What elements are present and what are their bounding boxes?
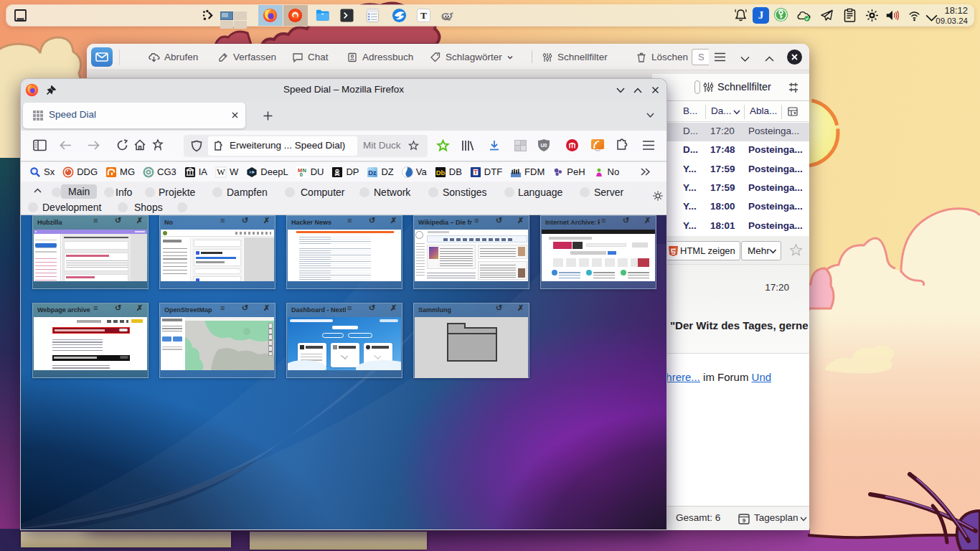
svg-text:W: W: [217, 167, 225, 177]
svg-text:T: T: [420, 10, 427, 21]
svg-text:Db: Db: [435, 168, 445, 176]
svg-text:U0: U0: [541, 143, 547, 148]
svg-text:9: 9: [743, 517, 746, 524]
svg-text:0: 0: [299, 171, 302, 178]
svg-text:N: N: [302, 166, 306, 173]
svg-text:Dz: Dz: [369, 168, 377, 176]
svg-text:T: T: [473, 169, 478, 176]
